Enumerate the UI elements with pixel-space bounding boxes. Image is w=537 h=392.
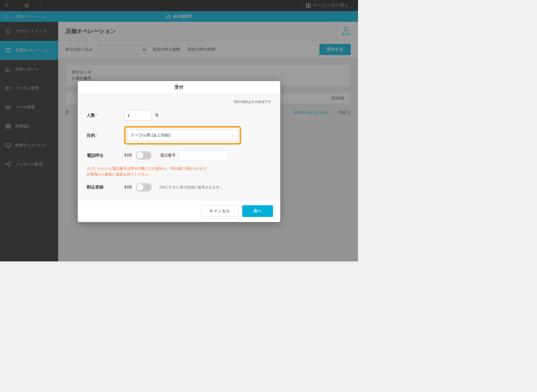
label-use: 利用	[124, 153, 132, 158]
required-note: *印の項目は入力必須です	[87, 100, 271, 104]
modal-title: 受付	[78, 81, 280, 94]
label-people-text: 人数	[87, 113, 95, 117]
label-phone-call: 電話呼出	[87, 153, 120, 158]
asterisk-icon: *	[96, 133, 97, 138]
phone-note-line2: お客様から事前に承諾を得てください。	[87, 172, 271, 178]
modal-overlay: 受付 *印の項目は入力必須です 人数* 名 目的* テーブル席 (あと50組) …	[0, 0, 358, 261]
interrupt-help: ONにすると席の先頭に追加されます。	[159, 185, 223, 190]
row-interrupt: 割込登録 利用 ONにすると席の先頭に追加されます。	[87, 183, 271, 192]
row-phone: 電話呼出 利用 電話番号	[87, 150, 271, 161]
required-note-text: 印の項目は入力必須です	[234, 100, 271, 104]
label-phone-number: 電話番号	[160, 153, 176, 158]
label-interrupt: 割込登録	[87, 185, 120, 190]
purpose-select-value: テーブル席 (あと50組)	[131, 133, 170, 138]
label-purpose-text: 目的	[87, 133, 95, 138]
modal-footer: キャンセル 次へ	[78, 200, 280, 222]
phone-note-line1: 入力いただいた電話番号は呼出の際にだけ使われ、呼出後に消去されます。	[87, 166, 271, 172]
reception-modal: 受付 *印の項目は入力必須です 人数* 名 目的* テーブル席 (あと50組) …	[78, 81, 280, 222]
asterisk-icon: *	[96, 113, 97, 117]
people-unit: 名	[155, 113, 159, 118]
label-people: 人数*	[87, 113, 120, 118]
label-purpose: 目的*	[87, 133, 120, 138]
phone-toggle[interactable]	[136, 151, 152, 160]
chevron-down-icon: ⌄	[232, 133, 234, 137]
purpose-select[interactable]: テーブル席 (あと50組) ⌄	[127, 130, 238, 141]
label-use: 利用	[124, 185, 132, 190]
row-people: 人数* 名	[87, 110, 271, 121]
row-purpose: 目的* テーブル席 (あと50組) ⌄	[87, 126, 271, 145]
next-button[interactable]: 次へ	[242, 205, 273, 217]
interrupt-toggle[interactable]	[136, 183, 152, 192]
phone-input[interactable]	[180, 150, 228, 161]
people-input[interactable]	[124, 110, 151, 121]
modal-body: *印の項目は入力必須です 人数* 名 目的* テーブル席 (あと50組) ⌄ 電…	[78, 94, 280, 200]
purpose-highlight: テーブル席 (あと50組) ⌄	[124, 126, 241, 145]
phone-note: 入力いただいた電話番号は呼出の際にだけ使われ、呼出後に消去されます。 お客様から…	[87, 166, 271, 178]
cancel-button[interactable]: キャンセル	[201, 205, 238, 217]
